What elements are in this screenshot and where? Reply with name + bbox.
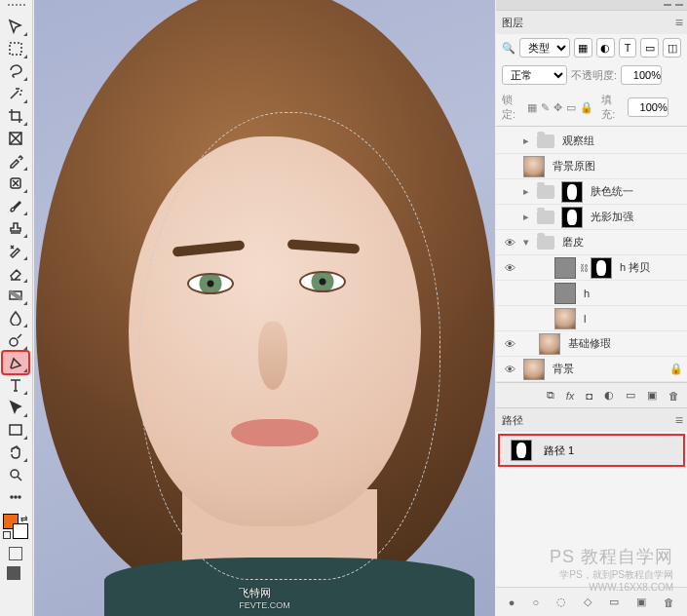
quickmask-toggle[interactable] [3,545,28,562]
blend-mode-select[interactable]: 正常 [502,65,567,85]
fx-icon[interactable]: fx [566,390,575,402]
layer-name[interactable]: 肤色统一 [591,184,633,199]
layer-name[interactable]: 光影加强 [591,210,633,224]
rectangle-tool[interactable] [3,419,28,441]
pen-tool[interactable] [3,352,28,373]
filter-pixel-icon[interactable]: ▦ [574,38,592,58]
panel-collapse-bar[interactable] [496,0,687,10]
move-tool[interactable] [3,16,28,37]
layer-name[interactable]: 基础修瑕 [568,336,611,351]
layer-thumb[interactable] [523,156,545,177]
crop-tool[interactable] [3,105,28,127]
lock-all-icon[interactable]: 🔒 [580,101,593,114]
type-tool[interactable] [3,374,28,396]
visibility-toggle[interactable]: 👁 [496,364,523,375]
layer-thumb[interactable] [554,308,576,329]
mask-add-icon[interactable]: ◘ [586,390,592,402]
eyedropper-tool[interactable] [3,150,28,172]
chevron-icon[interactable]: ▸ [523,211,537,223]
history-brush-tool[interactable] [3,240,28,261]
fill-input[interactable] [628,97,668,117]
layer-name[interactable]: 观察组 [562,134,594,148]
layer-row[interactable]: 👁▾磨皮 [496,230,687,255]
layer-filter-kind[interactable]: 类型 [519,38,570,58]
swap-colors-icon[interactable]: ⇄ [20,514,28,523]
filter-adjust-icon[interactable]: ◐ [596,38,615,58]
fill-path-icon[interactable]: ● [509,597,515,608]
brush-tool[interactable] [3,195,28,216]
layer-row[interactable]: ▸光影加强 [496,205,687,230]
filter-smart-icon[interactable]: ◫ [663,38,681,58]
patch-tool[interactable] [3,173,28,194]
blur-tool[interactable] [3,307,28,328]
layer-row[interactable]: 背景原图 [496,154,687,179]
frame-tool[interactable] [3,128,28,149]
hand-tool[interactable] [3,442,28,463]
layer-name[interactable]: 磨皮 [562,235,584,250]
default-colors-icon[interactable] [3,531,11,539]
search-icon[interactable]: 🔍 [502,42,515,55]
filter-shape-icon[interactable]: ▭ [640,38,659,58]
new-path-icon[interactable]: ▣ [636,596,646,608]
gradient-tool[interactable] [3,285,28,306]
lock-artboard-icon[interactable]: ▭ [566,101,576,114]
layer-row[interactable]: l [496,306,687,331]
layer-mask-thumb[interactable] [561,181,583,203]
eraser-tool[interactable] [3,262,28,284]
layer-mask-thumb[interactable] [561,207,583,228]
layer-row[interactable]: ▸观察组 [496,129,687,154]
color-swatches[interactable]: ⇄ [3,514,28,539]
visibility-toggle[interactable]: 👁 [496,338,523,350]
link-icon[interactable]: ⛓ [580,263,588,273]
layer-name[interactable]: 背景原图 [553,159,595,173]
wand-tool[interactable] [3,83,28,104]
layer-thumb[interactable] [554,257,576,279]
adjustment-icon[interactable]: ◐ [604,389,614,402]
sel-to-path-icon[interactable]: ◇ [584,596,592,608]
opacity-input[interactable] [621,65,662,85]
layer-row[interactable]: ▸肤色统一 [496,179,687,205]
visibility-toggle[interactable]: 👁 [496,262,523,274]
lock-position-icon[interactable]: ✥ [553,101,562,114]
path-to-sel-icon[interactable]: ◌ [556,596,566,608]
mask-path-icon[interactable]: ▭ [609,596,619,608]
chevron-icon[interactable]: ▸ [523,185,537,198]
layer-thumb[interactable] [554,283,576,304]
lock-paint-icon[interactable]: ✎ [541,101,550,114]
path-item[interactable]: 路径 1 [500,436,683,465]
chevron-icon[interactable]: ▾ [523,236,537,249]
background-color[interactable] [13,523,28,539]
layer-mask-thumb[interactable] [591,257,612,279]
layer-thumb[interactable] [539,333,560,355]
chevron-icon[interactable]: ▸ [523,135,537,147]
layer-name[interactable]: h 拷贝 [620,260,650,275]
layer-name[interactable]: h [584,288,590,299]
layer-row[interactable]: h [496,281,687,306]
document-canvas[interactable]: 飞特网 FEVTE.COM [34,0,495,616]
path-select-tool[interactable] [3,397,28,418]
zoom-tool[interactable] [3,464,28,485]
delete-icon[interactable]: 🗑 [668,390,679,402]
new-layer-icon[interactable]: ▣ [647,389,657,402]
lasso-tool[interactable] [3,60,28,82]
layer-row[interactable]: 👁⛓h 拷贝 [496,255,687,281]
layer-row[interactable]: 👁基础修瑕 [496,331,687,357]
group-icon[interactable]: ▭ [626,389,635,402]
stamp-tool[interactable] [3,217,28,239]
panel-menu-icon[interactable]: ≡ [675,412,681,428]
lock-pixels-icon[interactable]: ▦ [527,101,537,114]
layer-name[interactable]: 背景 [553,362,574,376]
layer-thumb[interactable] [523,359,545,380]
edit-toolbar[interactable] [3,486,28,508]
screenmode-toggle[interactable] [3,564,28,582]
dodge-tool[interactable] [3,329,28,351]
link-layers-icon[interactable]: ⧉ [547,389,554,402]
panel-menu-icon[interactable]: ≡ [675,15,681,30]
filter-type-icon[interactable]: T [619,38,637,58]
layer-name[interactable]: l [584,313,586,325]
delete-path-icon[interactable]: 🗑 [664,597,674,608]
marquee-tool[interactable] [3,38,28,59]
toolbox-grip[interactable] [0,4,32,12]
layer-row[interactable]: 👁背景🔒 [496,357,687,382]
stroke-path-icon[interactable]: ○ [533,597,540,608]
